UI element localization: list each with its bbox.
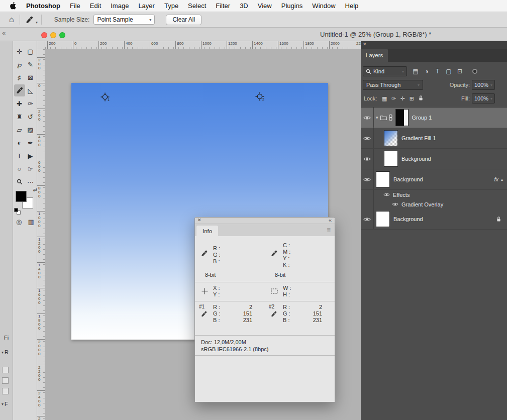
visibility-eye-icon[interactable] — [363, 177, 371, 182]
tab-info[interactable]: Info — [196, 226, 218, 236]
visibility-eye-icon[interactable] — [363, 156, 371, 162]
menu-type[interactable]: Type — [164, 2, 178, 10]
color-sampler-1[interactable]: 1 — [100, 92, 111, 102]
visibility-eye-icon[interactable] — [363, 217, 371, 222]
filter-toggle-icon[interactable] — [472, 69, 477, 74]
visibility-eye-icon[interactable] — [392, 202, 398, 206]
filter-smart-objects-icon[interactable]: ⊡ — [454, 66, 465, 76]
tool-crop[interactable]: ♯ — [14, 71, 25, 83]
lock-position-icon[interactable]: ✛ — [398, 95, 407, 102]
layer-name[interactable]: Background — [401, 156, 431, 162]
eyedropper-icon[interactable] — [271, 311, 277, 317]
minimize-window-button[interactable] — [50, 32, 56, 38]
layer-name[interactable]: Background — [393, 176, 423, 182]
eyedropper-tool-preset-icon[interactable]: ▾ — [26, 16, 33, 24]
layer-name[interactable]: Background — [393, 216, 423, 222]
tool-zoom[interactable] — [14, 176, 25, 188]
menu-help[interactable]: Help — [345, 2, 359, 10]
quick-mask-button[interactable]: ◎ — [16, 218, 22, 226]
dock-swatch[interactable] — [2, 388, 9, 394]
layer-row-background-in-group[interactable]: Background — [361, 149, 507, 169]
swap-colors-icon[interactable]: ⇄ — [33, 187, 37, 192]
layer-row-gradient-fill-1[interactable]: Gradient Fill 1 — [361, 128, 507, 149]
zoom-window-button[interactable] — [59, 32, 65, 38]
ruler-origin[interactable] — [37, 41, 45, 49]
foreground-color-swatch[interactable] — [16, 191, 27, 202]
clear-all-button[interactable]: Clear All — [166, 15, 201, 25]
close-panel-icon[interactable]: ✕ — [197, 218, 201, 223]
ruler-vertical[interactable]: 2000200400600800100012001400160018002000… — [37, 49, 45, 420]
layer-row-effects[interactable]: Effects — [361, 190, 507, 199]
filter-adjustment-layers-icon[interactable]: ◑ — [421, 66, 432, 76]
menu-filter[interactable]: Filter — [216, 2, 230, 10]
menu-select[interactable]: Select — [188, 2, 206, 10]
tool-history-brush[interactable]: ↺ — [25, 111, 36, 123]
tab-layers[interactable]: Layers — [361, 49, 388, 62]
menu-edit[interactable]: Edit — [90, 2, 101, 10]
fill-input[interactable]: 100%▾ — [472, 93, 495, 103]
lock-all-icon[interactable] — [416, 95, 425, 102]
layer-row-gradient-overlay[interactable]: Gradient Overlay — [361, 199, 507, 209]
tool-eyedropper[interactable] — [14, 84, 25, 96]
effects-label[interactable]: Effects — [393, 192, 410, 198]
cmyk-depth-label[interactable]: 8-bit — [275, 272, 285, 278]
lock-transparency-icon[interactable]: ▦ — [380, 95, 389, 102]
tool-path-selection[interactable]: ▶ — [25, 150, 36, 162]
tool-quick-selection[interactable]: ✎ — [25, 58, 36, 70]
lock-artboard-icon[interactable]: ⊞ — [407, 95, 416, 102]
menu-file[interactable]: File — [70, 2, 80, 10]
tool-type[interactable]: T — [14, 150, 25, 162]
filter-type-layers-icon[interactable]: T — [432, 66, 443, 76]
info-panel-grip[interactable]: ✕ « — [195, 218, 335, 224]
fx-badge[interactable]: fx — [494, 176, 498, 182]
tool-gradient[interactable]: ▨ — [25, 124, 36, 136]
close-window-button[interactable] — [41, 32, 47, 38]
menu-view[interactable]: View — [258, 2, 272, 10]
layer-thumbnail[interactable] — [376, 172, 389, 187]
dock-group-f[interactable]: ▾F — [2, 401, 8, 407]
tool-brush[interactable]: ✑ — [25, 97, 36, 110]
tool-blur[interactable]: ◐ — [14, 137, 25, 149]
tool-lasso[interactable]: ℘ — [14, 58, 25, 70]
filter-pixel-layers-icon[interactable]: ▤ — [410, 66, 421, 76]
tool-healing-brush[interactable]: ✚ — [14, 97, 25, 110]
panel-group-bar[interactable]: ✕ — [361, 41, 507, 49]
disclosure-triangle-icon[interactable]: ▾ — [376, 115, 378, 120]
gradient-overlay-label[interactable]: Gradient Overlay — [401, 201, 443, 207]
menu-image[interactable]: Image — [111, 2, 129, 10]
tool-clone-stamp[interactable]: ♜ — [14, 111, 25, 123]
screen-mode-button[interactable]: ▥ — [28, 218, 34, 226]
layer-thumbnail[interactable] — [376, 212, 389, 227]
tool-more-tools[interactable]: ⋯ — [25, 176, 36, 188]
tool-hand[interactable]: ☞ — [25, 163, 36, 175]
blend-mode-dropdown[interactable]: Pass Through▾ — [363, 80, 423, 90]
menu-layer[interactable]: Layer — [138, 2, 155, 10]
tool-rectangular-marquee[interactable]: ▢ — [25, 45, 36, 57]
collapse-effects-icon[interactable]: ▴ — [501, 177, 503, 182]
eyedropper-icon[interactable] — [201, 311, 207, 317]
lock-pixels-icon[interactable]: ✑ — [389, 95, 398, 102]
opacity-input[interactable]: 100%▾ — [472, 80, 495, 90]
apple-menu-icon[interactable] — [10, 2, 17, 10]
layer-row-group-1[interactable]: ▾ Group 1 — [361, 108, 507, 128]
tool-frame[interactable]: ⊠ — [25, 71, 36, 83]
layer-name[interactable]: Group 1 — [412, 115, 432, 121]
menu-window[interactable]: Window — [312, 2, 335, 10]
rgb-depth-label[interactable]: 8-bit — [205, 272, 216, 278]
dock-swatch[interactable] — [2, 367, 9, 373]
collapse-panel-icon[interactable]: « — [329, 217, 332, 223]
color-sampler-2[interactable]: 2 — [255, 92, 265, 102]
visibility-eye-icon[interactable] — [363, 115, 371, 121]
tool-eraser[interactable]: ▱ — [14, 124, 25, 136]
tool-ellipse[interactable]: ○ — [14, 163, 25, 175]
panel-menu-icon[interactable]: ≡ — [327, 226, 331, 234]
dock-swatch[interactable] — [2, 377, 9, 384]
visibility-eye-icon[interactable] — [363, 136, 371, 141]
filter-kind-dropdown[interactable]: Kind ▾ — [363, 66, 407, 76]
ruler-horizontal[interactable]: 2000200400600800100012001400160018002000… — [45, 41, 361, 49]
visibility-eye-icon[interactable] — [383, 192, 390, 197]
eyedropper-icon[interactable] — [271, 250, 277, 257]
sample-size-dropdown[interactable]: Point Sample▾ — [93, 15, 155, 25]
layer-name[interactable]: Gradient Fill 1 — [401, 135, 436, 141]
layer-thumbnail[interactable] — [396, 110, 408, 126]
